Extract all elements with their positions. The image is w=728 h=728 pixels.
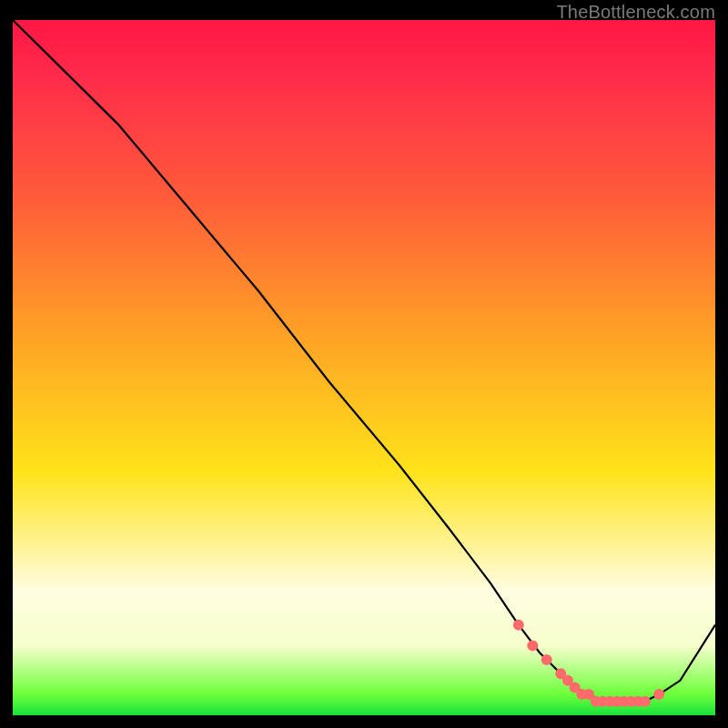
plot-area: [13, 20, 715, 715]
marker-point: [513, 620, 524, 631]
chart-frame: TheBottleneck.com: [0, 0, 728, 728]
marker-point: [541, 654, 552, 665]
marker-point: [640, 696, 651, 707]
marker-point: [653, 689, 664, 700]
chart-svg: [13, 20, 715, 715]
marker-point: [527, 641, 538, 652]
marker-group: [513, 620, 664, 707]
curve-line: [13, 20, 715, 702]
